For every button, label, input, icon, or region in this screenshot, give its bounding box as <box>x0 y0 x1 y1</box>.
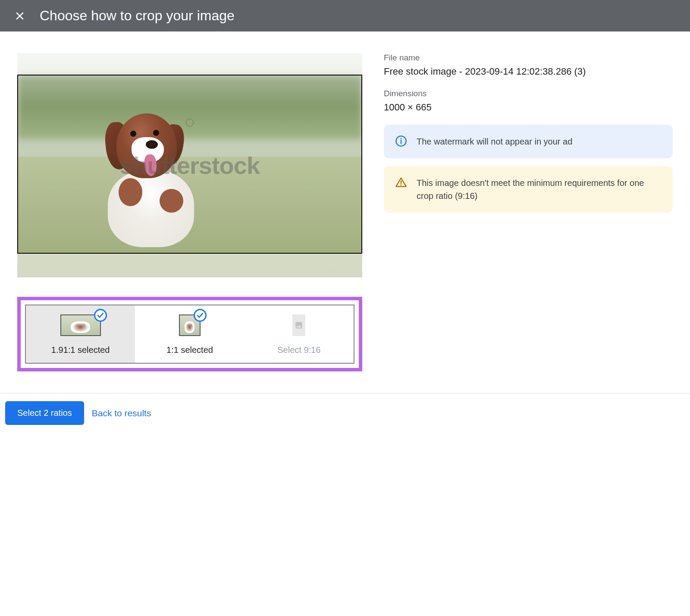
close-button[interactable] <box>13 9 27 23</box>
ratio-selector-highlight: stock 1.91:1 selected <box>17 297 362 371</box>
svg-point-6 <box>401 184 402 185</box>
file-name-value: Free stock image - 2023-09-14 12:02:38.2… <box>384 65 673 79</box>
ratio-thumb-placeholder <box>292 314 305 336</box>
dimensions-value: 1000 × 665 <box>384 101 673 114</box>
right-panel: File name Free stock image - 2023-09-14 … <box>384 53 673 371</box>
main-content: shutterstock stock <box>0 31 690 384</box>
dialog-footer: Select 2 ratios Back to results <box>0 393 690 433</box>
ratio-option-11[interactable]: stk 1:1 selected <box>135 305 244 363</box>
checkmark-icon <box>194 309 207 322</box>
info-icon <box>395 135 407 147</box>
warning-icon <box>395 176 407 189</box>
dialog-title: Choose how to crop your image <box>40 8 235 24</box>
close-icon <box>15 11 25 21</box>
crop-handle[interactable] <box>186 119 194 126</box>
ratio-option-916[interactable]: Select 9:16 <box>245 305 354 363</box>
dialog-header: Choose how to crop your image <box>0 0 690 31</box>
back-to-results-link[interactable]: Back to results <box>92 408 151 418</box>
ratio-label: 1.91:1 selected <box>51 345 110 355</box>
left-panel: shutterstock stock <box>17 53 362 371</box>
file-name-label: File name <box>384 53 673 63</box>
ratio-row: stock 1.91:1 selected <box>25 305 354 364</box>
checkmark-icon <box>94 309 107 322</box>
dimensions-label: Dimensions <box>384 89 673 98</box>
image-preview[interactable]: shutterstock <box>17 53 362 277</box>
image-placeholder-icon <box>295 321 303 330</box>
ratio-label: 1:1 selected <box>166 345 213 355</box>
requirement-warning-text: This image doesn't meet the minimum requ… <box>417 176 662 202</box>
requirement-warning-box: This image doesn't meet the minimum requ… <box>384 166 673 213</box>
crop-frame[interactable] <box>17 75 362 254</box>
watermark-info-text: The watermark will not appear in your ad <box>417 135 572 148</box>
svg-point-4 <box>401 138 402 139</box>
ratio-label: Select 9:16 <box>277 345 320 355</box>
select-ratios-button[interactable]: Select 2 ratios <box>5 401 84 425</box>
watermark-info-box: The watermark will not appear in your ad <box>384 125 673 158</box>
ratio-option-191[interactable]: stock 1.91:1 selected <box>26 305 135 363</box>
